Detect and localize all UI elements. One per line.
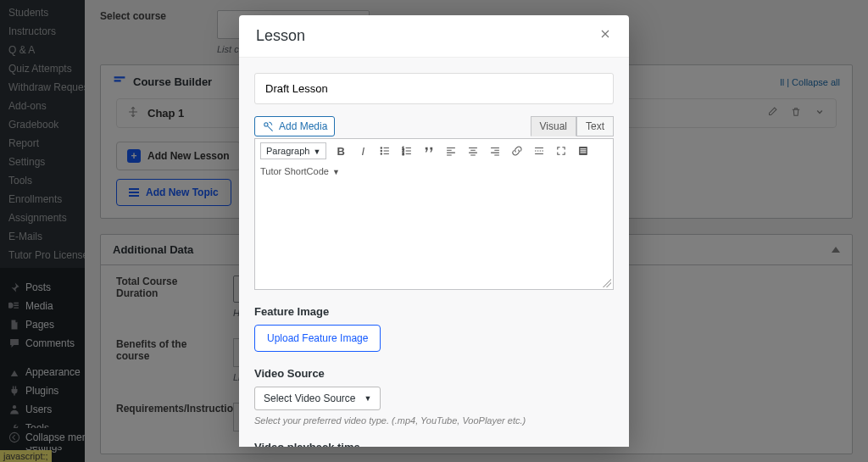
svg-point-4 <box>264 123 268 126</box>
upload-feature-image-button[interactable]: Upload Feature Image <box>254 325 381 352</box>
svg-rect-13 <box>581 150 587 151</box>
resize-handle-icon[interactable] <box>603 279 611 287</box>
toolbar-toggle-icon[interactable] <box>576 143 591 159</box>
text-tab[interactable]: Text <box>576 116 614 136</box>
ul-icon[interactable] <box>377 143 392 159</box>
italic-icon[interactable]: I <box>355 143 370 159</box>
media-icon <box>262 120 274 132</box>
close-icon[interactable] <box>598 27 612 45</box>
video-playback-title: Video playback time <box>254 441 614 447</box>
bold-icon[interactable]: B <box>333 143 348 159</box>
svg-text:3: 3 <box>403 152 405 156</box>
align-right-icon[interactable] <box>487 143 503 159</box>
modal-overlay: Lesson Add Media Visual Text <box>0 0 868 462</box>
editor-toolbar: Paragraph▼ B I 123 Tutor ShortCode▼ <box>254 138 614 180</box>
chevron-down-icon: ▼ <box>364 394 372 403</box>
quote-icon[interactable] <box>421 143 437 159</box>
svg-rect-14 <box>581 152 587 153</box>
add-media-button[interactable]: Add Media <box>254 116 335 136</box>
align-left-icon[interactable] <box>443 143 459 159</box>
modal-scroll[interactable]: Add Media Visual Text Paragraph▼ B I 123 <box>239 57 629 447</box>
tutor-shortcode-button[interactable]: Tutor ShortCode▼ <box>260 166 340 176</box>
feature-image-title: Feature Image <box>254 305 614 318</box>
svg-point-6 <box>381 150 381 151</box>
svg-point-5 <box>381 148 381 148</box>
lesson-modal: Lesson Add Media Visual Text <box>239 15 629 447</box>
link-icon[interactable] <box>509 143 525 159</box>
svg-rect-12 <box>581 148 587 149</box>
video-source-select[interactable]: Select Video Source ▼ <box>254 387 381 410</box>
video-source-title: Video Source <box>254 367 614 380</box>
svg-point-7 <box>381 153 381 154</box>
content-editor[interactable] <box>254 180 614 290</box>
paragraph-select[interactable]: Paragraph▼ <box>260 142 326 159</box>
video-source-hint: Select your preferred video type. (.mp4,… <box>254 415 614 426</box>
fullscreen-icon[interactable] <box>554 143 569 159</box>
lesson-title-input[interactable] <box>254 73 614 104</box>
align-center-icon[interactable] <box>465 143 481 159</box>
modal-title: Lesson <box>256 27 305 45</box>
readmore-icon[interactable] <box>531 143 547 159</box>
ol-icon[interactable]: 123 <box>399 143 415 159</box>
visual-tab[interactable]: Visual <box>531 116 576 136</box>
